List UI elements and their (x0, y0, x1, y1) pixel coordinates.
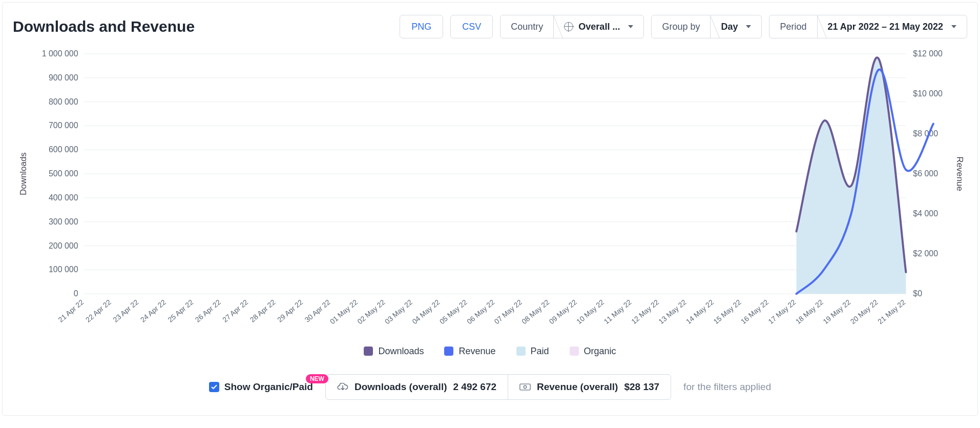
legend-item-organic[interactable]: Organic (570, 346, 616, 357)
period-label: Period (769, 15, 817, 38)
svg-text:$8 000: $8 000 (913, 129, 938, 138)
downloads-overall-value: 2 492 672 (453, 381, 496, 393)
legend-label: Organic (584, 346, 616, 357)
page-title: Downloads and Revenue (13, 18, 195, 35)
svg-text:29 Apr 22: 29 Apr 22 (276, 298, 304, 324)
svg-text:19 May 22: 19 May 22 (821, 298, 852, 325)
legend-label: Downloads (378, 346, 424, 357)
svg-text:$12 000: $12 000 (913, 49, 943, 58)
svg-text:09 May 22: 09 May 22 (548, 298, 578, 325)
svg-text:07 May 22: 07 May 22 (493, 298, 524, 325)
svg-text:13 May 22: 13 May 22 (657, 298, 687, 325)
downloads-overall: Downloads (overall) 2 492 672 (326, 375, 508, 399)
chevron-down-icon (951, 25, 956, 28)
svg-text:02 May 22: 02 May 22 (356, 298, 386, 325)
svg-text:27 Apr 22: 27 Apr 22 (221, 298, 249, 324)
overall-stats: Downloads (overall) 2 492 672 Revenue (o… (325, 374, 671, 400)
svg-text:30 Apr 22: 30 Apr 22 (303, 298, 332, 324)
svg-text:600 000: 600 000 (49, 145, 78, 154)
svg-text:20 May 22: 20 May 22 (849, 298, 880, 325)
chart-legend: DownloadsRevenuePaidOrganic (13, 346, 967, 357)
toggle-label: Show Organic/Paid (224, 381, 313, 393)
svg-text:0: 0 (74, 289, 78, 298)
legend-label: Revenue (458, 346, 495, 357)
svg-text:800 000: 800 000 (49, 97, 78, 106)
toolbar: Downloads and Revenue PNG CSV Country Ov… (13, 15, 967, 38)
groupby-selector[interactable]: Group by Day (651, 15, 762, 38)
globe-icon (564, 22, 573, 31)
country-label: Country (501, 15, 553, 38)
svg-text:100 000: 100 000 (49, 265, 78, 274)
svg-text:21 May 22: 21 May 22 (876, 298, 907, 325)
svg-text:26 Apr 22: 26 Apr 22 (194, 298, 222, 324)
groupby-value[interactable]: Day (710, 15, 761, 38)
period-value[interactable]: 21 Apr 2022 – 21 May 2022 (817, 15, 967, 38)
svg-text:$2 000: $2 000 (913, 249, 938, 258)
svg-text:14 May 22: 14 May 22 (684, 298, 715, 325)
revenue-overall: Revenue (overall) $28 137 (508, 375, 671, 399)
svg-text:900 000: 900 000 (49, 73, 78, 82)
money-icon (519, 383, 531, 391)
revenue-overall-value: $28 137 (624, 381, 659, 393)
svg-text:15 May 22: 15 May 22 (712, 298, 742, 325)
checkbox-icon (209, 382, 219, 392)
svg-text:11 May 22: 11 May 22 (602, 298, 633, 325)
downloads-revenue-chart: 0100 000200 000300 000400 000500 000600 … (13, 49, 967, 335)
svg-text:18 May 22: 18 May 22 (794, 298, 825, 325)
svg-text:05 May 22: 05 May 22 (438, 298, 469, 325)
svg-text:Downloads: Downloads (18, 152, 28, 195)
svg-text:01 May 22: 01 May 22 (328, 298, 359, 325)
export-png-button[interactable]: PNG (400, 15, 443, 38)
new-badge: NEW (306, 374, 328, 383)
legend-swatch (516, 347, 526, 356)
svg-text:04 May 22: 04 May 22 (410, 298, 441, 325)
chevron-down-icon (628, 25, 633, 28)
svg-text:24 Apr 22: 24 Apr 22 (139, 298, 168, 324)
svg-text:16 May 22: 16 May 22 (739, 298, 770, 325)
svg-text:08 May 22: 08 May 22 (520, 298, 551, 325)
svg-text:$10 000: $10 000 (913, 89, 943, 98)
show-organic-paid-toggle[interactable]: Show Organic/Paid NEW (209, 381, 313, 393)
legend-item-revenue[interactable]: Revenue (444, 346, 495, 357)
svg-text:03 May 22: 03 May 22 (383, 298, 414, 325)
svg-text:500 000: 500 000 (49, 169, 78, 178)
svg-rect-62 (520, 384, 530, 390)
period-selector[interactable]: Period 21 Apr 2022 – 21 May 2022 (769, 15, 967, 38)
chevron-down-icon (746, 25, 751, 28)
filters-note: for the filters applied (683, 381, 771, 393)
downloads-revenue-panel: Downloads and Revenue PNG CSV Country Ov… (2, 2, 978, 416)
legend-swatch (364, 347, 373, 356)
svg-text:300 000: 300 000 (49, 217, 78, 226)
country-selector[interactable]: Country Overall ... (500, 15, 644, 38)
svg-text:700 000: 700 000 (49, 121, 78, 130)
svg-text:$0: $0 (913, 289, 922, 298)
summary-footer: Show Organic/Paid NEW Downloads (overall… (13, 374, 967, 400)
country-value[interactable]: Overall ... (553, 15, 643, 38)
svg-text:Revenue: Revenue (955, 156, 965, 191)
legend-swatch (570, 347, 579, 356)
legend-item-downloads[interactable]: Downloads (364, 346, 424, 357)
svg-text:28 Apr 22: 28 Apr 22 (248, 298, 277, 324)
svg-text:12 May 22: 12 May 22 (630, 298, 660, 325)
svg-text:06 May 22: 06 May 22 (465, 298, 496, 325)
svg-text:$4 000: $4 000 (913, 209, 938, 218)
export-csv-button[interactable]: CSV (450, 15, 493, 38)
legend-label: Paid (531, 346, 549, 357)
svg-text:$6 000: $6 000 (913, 169, 938, 178)
svg-text:400 000: 400 000 (49, 193, 78, 202)
svg-text:1 000 000: 1 000 000 (42, 49, 78, 58)
downloads-overall-label: Downloads (overall) (355, 381, 447, 393)
chart-svg: 0100 000200 000300 000400 000500 000600 … (13, 49, 967, 335)
cloud-download-icon (337, 383, 348, 391)
svg-text:17 May 22: 17 May 22 (766, 298, 797, 325)
svg-text:23 Apr 22: 23 Apr 22 (111, 298, 140, 324)
legend-swatch (444, 347, 453, 356)
legend-item-paid[interactable]: Paid (516, 346, 549, 357)
groupby-label: Group by (652, 15, 710, 38)
svg-text:200 000: 200 000 (49, 241, 78, 250)
svg-text:10 May 22: 10 May 22 (575, 298, 606, 325)
svg-text:21 Apr 22: 21 Apr 22 (56, 298, 85, 324)
svg-point-63 (524, 385, 526, 388)
svg-text:25 Apr 22: 25 Apr 22 (166, 298, 195, 324)
svg-text:22 Apr 22: 22 Apr 22 (84, 298, 113, 324)
